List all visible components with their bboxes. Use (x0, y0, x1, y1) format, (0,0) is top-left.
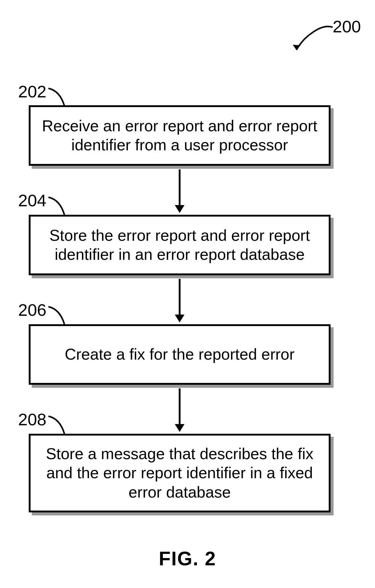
arrow-206-208-head (175, 424, 184, 432)
arrow-204-206-line (179, 279, 181, 315)
arrow-206-208-line (179, 388, 181, 425)
flow-step-208: Store a message that describes the fix a… (29, 434, 331, 512)
figure-canvas: 200 202 Receive an error report and erro… (0, 0, 375, 588)
flow-step-208-text: Store a message that describes the fix a… (40, 444, 320, 502)
arrow-204-206-head (175, 315, 184, 322)
flow-step-206: Create a fix for the reported error (29, 324, 331, 385)
step-ref-204: 204 (18, 192, 46, 209)
figure-ref-200: 200 (333, 18, 361, 35)
flow-step-204-text: Store the error report and error report … (40, 226, 320, 264)
flow-step-202-text: Receive an error report and error report… (40, 116, 320, 155)
step-ref-208: 208 (18, 411, 46, 428)
svg-marker-0 (293, 45, 301, 50)
leader-arrow-200 (290, 21, 336, 54)
arrow-202-204-line (179, 169, 181, 206)
arrow-202-204-head (175, 205, 184, 213)
step-ref-206: 206 (18, 302, 46, 318)
flow-step-204: Store the error report and error report … (29, 215, 331, 275)
flow-step-206-text: Create a fix for the reported error (65, 345, 295, 364)
step-ref-202: 202 (18, 83, 46, 100)
figure-label: FIG. 2 (0, 547, 375, 570)
flow-step-202: Receive an error report and error report… (29, 105, 331, 166)
